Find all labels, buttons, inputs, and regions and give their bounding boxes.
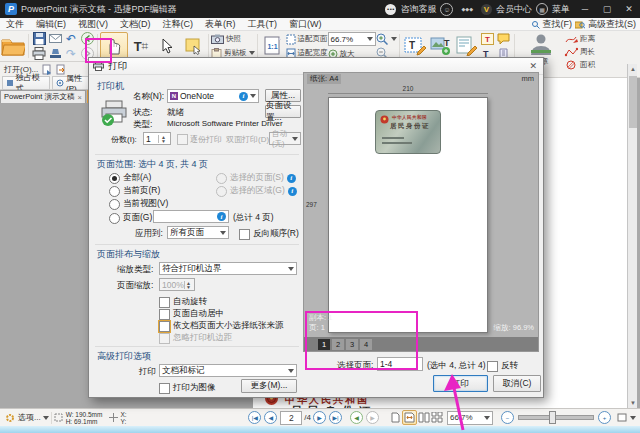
selected-region-info-icon[interactable]: i bbox=[288, 187, 297, 196]
range-pages-radio[interactable] bbox=[109, 213, 120, 224]
fit-width-view-icon[interactable] bbox=[402, 410, 417, 425]
flip-checkbox[interactable] bbox=[487, 361, 498, 372]
measure-area-label[interactable]: 面积 bbox=[580, 60, 595, 70]
menu-edit[interactable]: 编辑(E) bbox=[30, 18, 72, 31]
scroll-down-icon[interactable]: ▼ bbox=[628, 398, 638, 408]
range-all-radio[interactable] bbox=[109, 173, 120, 184]
printer-name-select[interactable]: NOneNote i bbox=[167, 89, 259, 103]
clipboard-dropdown-caret[interactable] bbox=[249, 51, 255, 55]
text-box-tool-icon[interactable]: T bbox=[480, 32, 496, 46]
pages-info-icon[interactable]: i bbox=[217, 212, 226, 221]
pages-range-input[interactable]: i bbox=[153, 210, 229, 223]
range-current-view-radio[interactable] bbox=[109, 199, 120, 210]
actual-size-icon[interactable]: 1:1 bbox=[260, 33, 286, 59]
comment-bubble-icon[interactable] bbox=[496, 32, 512, 46]
fit-page-label[interactable]: 适配页面 bbox=[298, 34, 328, 44]
magnifier-dropdown-caret[interactable] bbox=[391, 37, 397, 41]
zoom-out-button[interactable]: − bbox=[501, 411, 514, 424]
magnifier-plus-icon[interactable] bbox=[376, 33, 389, 45]
copies-input[interactable]: 1▲▼ bbox=[143, 132, 171, 145]
select-arrow-icon[interactable] bbox=[154, 33, 180, 59]
first-page-button[interactable]: |◀ bbox=[248, 411, 261, 424]
save-icon[interactable] bbox=[31, 32, 47, 46]
measure-perimeter-label[interactable]: 周长 bbox=[580, 47, 595, 57]
print-what-select[interactable]: 文档和标记 bbox=[159, 364, 297, 377]
full-screen-icon[interactable] bbox=[615, 411, 628, 424]
member-center-link[interactable]: 会员中心 bbox=[496, 3, 532, 16]
seal-stamp-icon[interactable] bbox=[47, 47, 63, 61]
range-current-page-label[interactable]: 当前页(R) bbox=[123, 185, 160, 197]
measure-distance-label[interactable]: 距离 bbox=[580, 34, 595, 44]
page-number-input[interactable]: 2 bbox=[280, 411, 302, 425]
menu-annotate[interactable]: 注释(C) bbox=[157, 18, 200, 31]
app-menu-button[interactable]: 菜单 bbox=[552, 3, 570, 16]
annotation-select-icon[interactable] bbox=[180, 33, 206, 59]
dialog-close-icon[interactable]: ✕ bbox=[529, 61, 539, 71]
more-options-button[interactable]: 更多(M)... bbox=[241, 379, 297, 393]
vertical-scrollbar[interactable]: ▲ ▼ bbox=[627, 64, 637, 408]
next-page-button[interactable]: ▶ bbox=[313, 411, 326, 424]
range-pages-label[interactable]: 页面(G) bbox=[123, 212, 152, 224]
menu-tools[interactable]: 工具(T) bbox=[242, 18, 284, 31]
statusbar-more-caret[interactable] bbox=[630, 416, 636, 420]
print-as-image-checkbox[interactable] bbox=[159, 383, 170, 394]
printer-info-icon[interactable]: i bbox=[239, 92, 248, 101]
zoom-slider-handle[interactable] bbox=[549, 411, 556, 424]
range-current-view-label[interactable]: 当前视图(V) bbox=[123, 198, 168, 210]
edit-object-icon[interactable] bbox=[454, 33, 480, 59]
open-file-icon[interactable] bbox=[0, 33, 26, 59]
find-button[interactable]: 查找(F) bbox=[540, 18, 576, 31]
exclusive-mode-button[interactable]: 独占模式 bbox=[2, 76, 50, 90]
print-icon[interactable] bbox=[31, 47, 47, 61]
redo-icon[interactable]: ↷ bbox=[63, 47, 79, 61]
menu-view[interactable]: 视图(V) bbox=[72, 18, 114, 31]
page-setup-button[interactable]: 页面设置... bbox=[265, 105, 301, 118]
cancel-button[interactable]: 取消(C) bbox=[493, 375, 541, 392]
advanced-find-button[interactable]: 高级查找(S) bbox=[585, 18, 640, 31]
last-page-button[interactable]: ▶| bbox=[329, 411, 342, 424]
previous-view-button[interactable]: ◀ bbox=[350, 411, 363, 424]
zoom-slider[interactable] bbox=[518, 415, 594, 420]
collate-checkbox[interactable] bbox=[177, 134, 188, 145]
copies-stepper[interactable]: ▲▼ bbox=[158, 135, 168, 143]
scale-type-select[interactable]: 符合打印机边界 bbox=[159, 262, 297, 275]
scrollbar-thumb[interactable] bbox=[629, 76, 637, 128]
scroll-up-icon[interactable]: ▲ bbox=[628, 64, 638, 74]
menu-form[interactable]: 表单(R) bbox=[199, 18, 242, 31]
document-tab[interactable]: PowerPoint 演示文稿 * × bbox=[0, 90, 86, 103]
snapshot-label[interactable]: 快照 bbox=[226, 34, 241, 44]
options-label[interactable]: 选项... bbox=[18, 412, 41, 423]
email-icon[interactable] bbox=[47, 32, 63, 46]
minimize-button[interactable]: ─ bbox=[574, 0, 596, 18]
menu-file[interactable]: 文件 bbox=[0, 18, 30, 31]
measure-area-icon[interactable] bbox=[564, 60, 578, 70]
undo-icon[interactable]: ↶ bbox=[63, 32, 79, 46]
tab-close-icon[interactable]: × bbox=[78, 93, 82, 102]
customer-service-link[interactable]: 咨询客服 bbox=[400, 3, 436, 16]
next-view-button[interactable]: ▶ bbox=[366, 411, 379, 424]
edit-content-icon[interactable]: T bbox=[402, 33, 428, 59]
convert-doc-icon[interactable] bbox=[56, 64, 66, 75]
paper-source-checkbox[interactable] bbox=[159, 321, 170, 332]
facing-pages-view-icon[interactable] bbox=[417, 411, 430, 424]
zoom-level-combo[interactable]: 66.7% bbox=[328, 32, 376, 46]
options-gear-icon[interactable] bbox=[4, 412, 16, 424]
zoom-in-button[interactable]: + bbox=[598, 411, 611, 424]
options-caret[interactable] bbox=[43, 416, 49, 420]
snapshot-icon[interactable] bbox=[211, 34, 224, 44]
menu-window[interactable]: 窗口(W) bbox=[283, 18, 328, 31]
measure-perimeter-icon[interactable] bbox=[564, 47, 578, 57]
prev-page-button[interactable]: ◀ bbox=[264, 411, 277, 424]
measure-distance-icon[interactable] bbox=[564, 34, 578, 44]
fit-page-icon[interactable] bbox=[286, 34, 296, 45]
maximize-button[interactable]: ▢ bbox=[596, 0, 618, 18]
auto-rotate-checkbox[interactable] bbox=[159, 297, 170, 308]
apply-to-select[interactable]: 所有页面 bbox=[167, 226, 229, 239]
range-current-page-radio[interactable] bbox=[109, 186, 120, 197]
range-all-label[interactable]: 全部(A) bbox=[123, 172, 151, 184]
add-text-icon[interactable]: T bbox=[428, 33, 454, 59]
menu-document[interactable]: 文档(D) bbox=[114, 18, 157, 31]
single-page-view-icon[interactable] bbox=[389, 411, 402, 424]
selected-pages-info-icon[interactable]: i bbox=[287, 174, 296, 183]
account-icon[interactable]: ☺ bbox=[440, 3, 453, 16]
